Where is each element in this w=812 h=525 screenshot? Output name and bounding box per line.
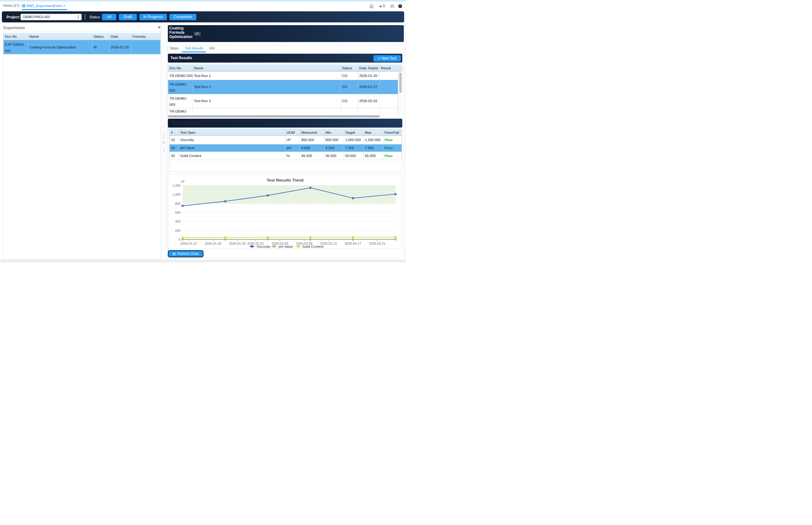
svg-text:cP: cP	[181, 180, 185, 183]
svg-text:0: 0	[178, 238, 180, 241]
svg-text:pH Value: pH Value	[279, 244, 293, 248]
svg-text:Test Results Trend: Test Results Trend	[267, 178, 304, 182]
svg-text:800: 800	[175, 201, 180, 205]
svg-text:1,000: 1,000	[173, 193, 180, 196]
svg-text:Solid Content: Solid Content	[302, 244, 324, 248]
svg-text:2026-01-29: 2026-01-29	[229, 242, 246, 245]
svg-text:600: 600	[175, 210, 180, 214]
svg-text:400: 400	[175, 220, 180, 223]
svg-text:2026-01-25: 2026-01-25	[205, 242, 221, 245]
svg-text:2026-02-17: 2026-02-17	[345, 242, 361, 245]
svg-text:2026-02-21: 2026-02-21	[369, 242, 386, 245]
svg-text:200: 200	[175, 228, 180, 232]
svg-text:2026-01-21: 2026-01-21	[180, 242, 197, 245]
svg-text:1,200: 1,200	[173, 183, 180, 187]
svg-text:Viscosity: Viscosity	[257, 244, 270, 248]
